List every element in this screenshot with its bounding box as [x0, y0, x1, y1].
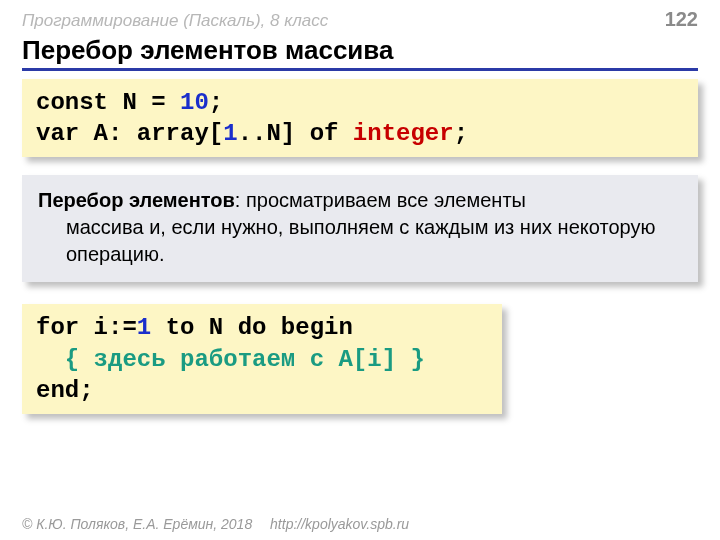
- code-line: for i:=1 to N do begin: [36, 312, 488, 343]
- footer-url: http://kpolyakov.spb.ru: [270, 516, 409, 532]
- code-type: integer: [353, 120, 454, 147]
- slide-title: Перебор элементов массива: [22, 35, 698, 71]
- definition-term: Перебор элементов: [38, 189, 235, 211]
- code-text: var A: array[: [36, 120, 223, 147]
- code-number: 1: [223, 120, 237, 147]
- course-label: Программирование (Паскаль), 8 класс: [22, 11, 328, 31]
- copyright: © К.Ю. Поляков, Е.А. Ерёмин, 2018: [22, 516, 252, 532]
- code-text: ..N] of: [238, 120, 353, 147]
- definition-box: Перебор элементов: просматриваем все эле…: [22, 175, 698, 282]
- definition-text: : просматриваем все элементы: [235, 189, 526, 211]
- slide-footer: © К.Ю. Поляков, Е.А. Ерёмин, 2018 http:/…: [22, 516, 409, 532]
- code-number: 10: [180, 89, 209, 116]
- code-line-comment: { здесь работаем с A[i] }: [36, 344, 488, 375]
- code-text: const N: [36, 89, 137, 116]
- code-comment: { здесь работаем с A[i] }: [65, 346, 425, 373]
- code-block-loop: for i:=1 to N do begin { здесь работаем …: [22, 304, 502, 414]
- slide-content: const N = 10; var A: array[1..N] of inte…: [0, 71, 720, 414]
- code-text: for i:=: [36, 314, 137, 341]
- definition-text: массива и, если нужно, выполняем с кажды…: [38, 214, 682, 268]
- code-line: var A: array[1..N] of integer;: [36, 118, 684, 149]
- code-text: ;: [454, 120, 468, 147]
- code-line: end;: [36, 375, 488, 406]
- code-line: const N = 10;: [36, 87, 684, 118]
- code-text: =: [151, 89, 165, 116]
- code-text: ;: [209, 89, 223, 116]
- code-number: 1: [137, 314, 151, 341]
- page-number: 122: [665, 8, 698, 31]
- code-text: to N do begin: [151, 314, 353, 341]
- code-block-declaration: const N = 10; var A: array[1..N] of inte…: [22, 79, 698, 157]
- slide-header: Программирование (Паскаль), 8 класс 122: [0, 0, 720, 31]
